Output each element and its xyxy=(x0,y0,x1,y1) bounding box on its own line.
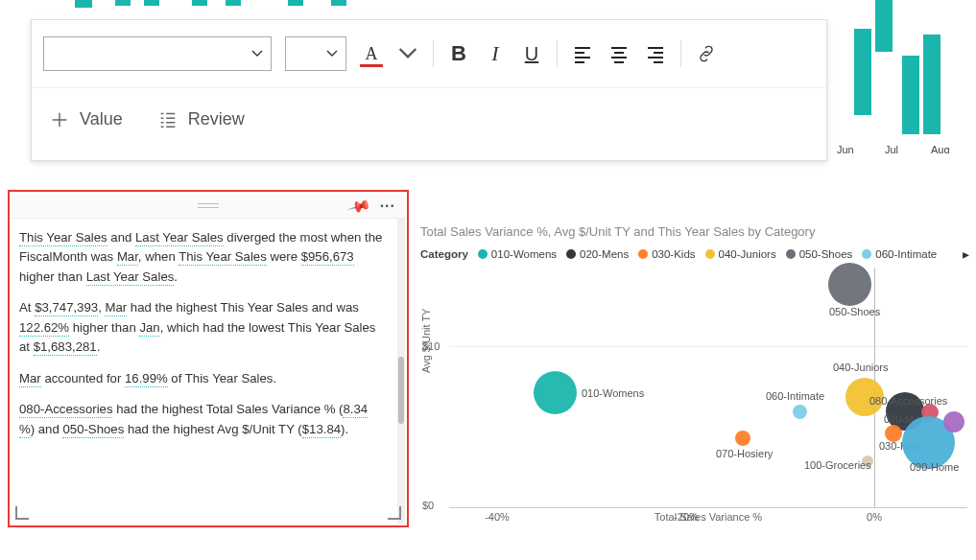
review-button[interactable]: Review xyxy=(157,109,245,130)
xtick: 0% xyxy=(867,511,882,523)
align-center-button[interactable] xyxy=(607,42,631,65)
chevron-down-icon xyxy=(251,48,263,59)
chart-legend: Category 010-Womens 020-Mens 030-Kids 04… xyxy=(420,246,969,262)
narrative-visual-highlight: 📌 ··· This Year Sales and Last Year Sale… xyxy=(8,190,409,527)
chart-title: Total Sales Variance %, Avg $/Unit TY an… xyxy=(420,224,969,239)
bubble-050-shoes[interactable] xyxy=(828,263,871,306)
legend-item[interactable]: 050-Shoes xyxy=(786,248,853,260)
bubble-070-hosiery[interactable] xyxy=(735,431,750,446)
drag-handle-icon[interactable] xyxy=(198,203,219,208)
bubble-label: 090-Home xyxy=(910,461,959,473)
legend-label: Category xyxy=(420,248,468,260)
bubble-label: 050-Shoes xyxy=(829,306,880,317)
bubble-060-intimate[interactable] xyxy=(793,405,807,419)
align-right-button[interactable] xyxy=(644,42,667,65)
legend-scroll-right-icon[interactable]: ▸ xyxy=(963,246,969,262)
resize-handle[interactable] xyxy=(15,506,29,520)
scatter-chart[interactable]: Total Sales Variance %, Avg $/Unit TY an… xyxy=(420,224,969,550)
narrative-text[interactable]: This Year Sales and Last Year Sales dive… xyxy=(12,219,405,524)
bubble-label: 080-Accessories xyxy=(869,395,947,407)
bubble-label: 040-Juniors xyxy=(833,362,888,373)
value-label: Value xyxy=(80,109,123,129)
bubble-label: 070-Hosiery xyxy=(716,448,773,459)
font-color-button[interactable]: A xyxy=(360,42,383,65)
separator xyxy=(557,40,558,67)
legend-item[interactable]: 030-Kids xyxy=(638,248,695,260)
legend-item[interactable]: 020-Mens xyxy=(566,248,629,260)
y-axis-label: Avg $/Unit TY xyxy=(420,309,432,373)
link-button[interactable] xyxy=(695,42,718,65)
bubble-other[interactable] xyxy=(943,411,964,432)
x-axis-label: Total Sales Variance % xyxy=(449,511,967,523)
add-value-button[interactable]: Value xyxy=(49,109,123,130)
narrative-visual[interactable]: 📌 ··· This Year Sales and Last Year Sale… xyxy=(12,194,405,524)
font-size-select[interactable] xyxy=(285,36,346,71)
review-label: Review xyxy=(188,109,245,129)
separator xyxy=(680,40,681,67)
font-family-select[interactable] xyxy=(43,36,272,71)
resize-handle[interactable] xyxy=(388,506,401,520)
month-label-jul: Jul xyxy=(885,144,898,153)
bubble-label: 100-Groceries xyxy=(804,459,871,471)
more-options-icon[interactable]: ··· xyxy=(380,198,395,215)
ytick: $0 xyxy=(422,500,434,511)
month-label-aug: Aug xyxy=(931,144,950,153)
chevron-down-icon xyxy=(326,48,338,59)
plus-icon xyxy=(49,109,70,130)
bubble-label: 010-Womens xyxy=(582,387,644,399)
xtick: -20% xyxy=(674,511,699,523)
format-toolbar: A B I U Value Review xyxy=(31,19,827,161)
plot-area[interactable]: $10 $0 -40% -20% 0% Avg $/Unit TY 010-Wo… xyxy=(449,268,967,507)
bubble-label: 060-Intimate xyxy=(766,390,824,402)
xtick: -40% xyxy=(485,511,510,523)
bold-button[interactable]: B xyxy=(447,42,470,65)
font-color-chevron[interactable] xyxy=(396,42,419,65)
review-icon xyxy=(157,109,179,130)
pin-icon[interactable]: 📌 xyxy=(346,194,372,219)
underline-button[interactable]: U xyxy=(520,42,543,65)
separator xyxy=(433,40,434,67)
legend-item[interactable]: 060-Intimate xyxy=(862,248,937,260)
legend-item[interactable]: 040-Juniors xyxy=(705,248,776,260)
legend-item[interactable]: 010-Womens xyxy=(478,248,557,260)
scrollbar-thumb[interactable] xyxy=(398,357,404,424)
bubble-010-womens[interactable] xyxy=(534,371,577,414)
month-label-jun: Jun xyxy=(837,144,854,153)
visual-header[interactable]: 📌 ··· xyxy=(12,194,405,219)
italic-button[interactable]: I xyxy=(484,42,507,65)
align-left-button[interactable] xyxy=(571,42,594,65)
